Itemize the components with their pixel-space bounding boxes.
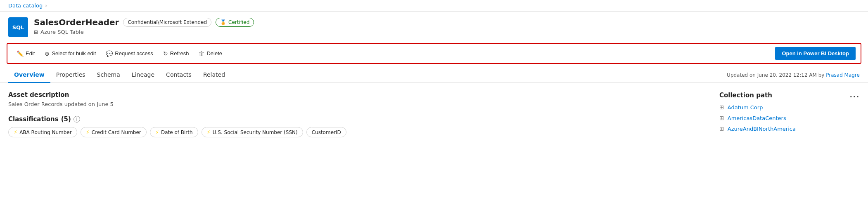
classifications-section: Classifications (5) i ⚡ ABA Routing Numb… — [8, 115, 703, 137]
badge-confidential: Confidential\Microsoft Extended — [123, 18, 211, 27]
toolbar-actions: ✏️ Edit ⊕ Select for bulk edit 💬 Request… — [12, 48, 226, 59]
collection-path-title: Collection path — [719, 92, 772, 99]
asset-name: SalesOrderHeader — [34, 17, 119, 27]
flash-icon-ccn: ⚡ — [86, 129, 90, 135]
bulk-edit-button[interactable]: ⊕ Select for bulk edit — [40, 48, 100, 59]
delete-label: Delete — [206, 50, 222, 57]
collection-link-3[interactable]: AzureAndBINorthAmerica — [728, 126, 796, 132]
tabs-bar: Overview Properties Schema Lineage Conta… — [0, 67, 868, 83]
tab-related[interactable]: Related — [197, 67, 231, 83]
classifications-count: (5) — [61, 115, 71, 123]
asset-subtitle: ⊞ Azure SQL Table — [34, 29, 254, 35]
breadcrumb-link[interactable]: Data catalog — [8, 2, 43, 9]
main-content: Asset description Sales Order Records up… — [0, 83, 868, 146]
class-tag-ssn-label: U.S. Social Security Number (SSN) — [213, 130, 298, 135]
request-access-icon: 💬 — [106, 50, 113, 57]
badge-certified: 🏅 Certified — [216, 18, 254, 27]
asset-description-section: Asset description Sales Order Records up… — [8, 91, 703, 107]
classifications-title: Classifications — [8, 115, 59, 123]
tab-contacts[interactable]: Contacts — [160, 67, 197, 83]
collection-icon-1: ⊞ — [719, 104, 724, 111]
refresh-button[interactable]: ↻ Refresh — [159, 48, 193, 59]
tab-overview[interactable]: Overview — [8, 67, 50, 83]
collection-link-2[interactable]: AmericasDataCenters — [728, 115, 786, 121]
collection-path-section: Collection path ... ⊞ Adatum Corp ⊞ Amer… — [719, 91, 860, 132]
certified-label: Certified — [228, 19, 249, 25]
asset-header: SQL SalesOrderHeader Confidential\Micros… — [0, 12, 868, 41]
certified-icon: 🏅 — [220, 19, 226, 25]
updated-text: Updated on June 20, 2022 12:12 AM by — [727, 72, 824, 78]
collection-icon-2: ⊞ — [719, 115, 724, 121]
flash-icon-dob: ⚡ — [155, 129, 159, 135]
collection-item-2: ⊞ AmericasDataCenters — [719, 115, 860, 121]
bulk-edit-label: Select for bulk edit — [52, 50, 96, 57]
asset-description-title: Asset description — [8, 91, 703, 99]
tab-lineage[interactable]: Lineage — [126, 67, 160, 83]
flash-icon-ssn: ⚡ — [207, 129, 211, 135]
breadcrumb-separator: › — [45, 3, 47, 9]
class-tag-aba-label: ABA Routing Number — [19, 130, 72, 135]
open-powerbi-button[interactable]: Open in Power BI Desktop — [775, 47, 856, 60]
class-tag-ccn: ⚡ Credit Card Number — [81, 127, 147, 137]
classifications-list: ⚡ ABA Routing Number ⚡ Credit Card Numbe… — [8, 127, 703, 137]
action-toolbar: ✏️ Edit ⊕ Select for bulk edit 💬 Request… — [7, 43, 861, 64]
breadcrumb-bar: Data catalog › — [0, 0, 868, 12]
class-tag-ccn-label: Credit Card Number — [92, 130, 141, 135]
main-left: Asset description Sales Order Records up… — [8, 91, 703, 137]
asset-title-area: SalesOrderHeader Confidential\Microsoft … — [34, 17, 254, 35]
delete-icon: 🗑 — [199, 50, 204, 57]
class-tag-customerid-label: CustomerID — [312, 130, 341, 135]
bulk-edit-icon: ⊕ — [45, 50, 50, 57]
asset-description-text: Sales Order Records updated on June 5 — [8, 101, 703, 107]
refresh-label: Refresh — [170, 50, 189, 57]
tab-properties[interactable]: Properties — [50, 67, 91, 83]
asset-icon: SQL — [8, 17, 28, 37]
class-tag-aba: ⚡ ABA Routing Number — [8, 127, 77, 137]
tabs-list: Overview Properties Schema Lineage Conta… — [8, 67, 231, 82]
class-tag-ssn: ⚡ U.S. Social Security Number (SSN) — [202, 127, 303, 137]
refresh-icon: ↻ — [163, 50, 168, 57]
edit-label: Edit — [26, 50, 35, 57]
main-right: Collection path ... ⊞ Adatum Corp ⊞ Amer… — [719, 91, 860, 137]
info-icon[interactable]: i — [74, 116, 80, 122]
class-tag-dob: ⚡ Date of Birth — [150, 127, 198, 137]
collection-items: ⊞ Adatum Corp ⊞ AmericasDataCenters ⊞ Az… — [719, 104, 860, 132]
tabs-updated: Updated on June 20, 2022 12:12 AM by Pra… — [727, 72, 860, 78]
collection-item-3: ⊞ AzureAndBINorthAmerica — [719, 125, 860, 132]
updated-by-link[interactable]: Prasad Magre — [826, 72, 860, 78]
tab-schema[interactable]: Schema — [91, 67, 126, 83]
collection-item-1: ⊞ Adatum Corp — [719, 104, 860, 111]
request-access-label: Request access — [115, 50, 153, 57]
class-tag-customerid: CustomerID — [306, 127, 346, 137]
collection-icon-3: ⊞ — [719, 125, 724, 132]
delete-button[interactable]: 🗑 Delete — [194, 48, 226, 59]
flash-icon-aba: ⚡ — [14, 129, 17, 135]
collection-header: Collection path ... — [719, 91, 860, 99]
collection-link-1[interactable]: Adatum Corp — [728, 104, 763, 111]
classifications-header: Classifications (5) i — [8, 115, 703, 123]
table-icon: ⊞ — [34, 29, 38, 35]
request-access-button[interactable]: 💬 Request access — [102, 48, 157, 59]
edit-button[interactable]: ✏️ Edit — [12, 48, 39, 59]
collection-menu-button[interactable]: ... — [850, 91, 860, 99]
asset-type-label: Azure SQL Table — [40, 29, 84, 35]
asset-title-row: SalesOrderHeader Confidential\Microsoft … — [34, 17, 254, 27]
edit-icon: ✏️ — [17, 50, 24, 57]
class-tag-dob-label: Date of Birth — [161, 130, 193, 135]
